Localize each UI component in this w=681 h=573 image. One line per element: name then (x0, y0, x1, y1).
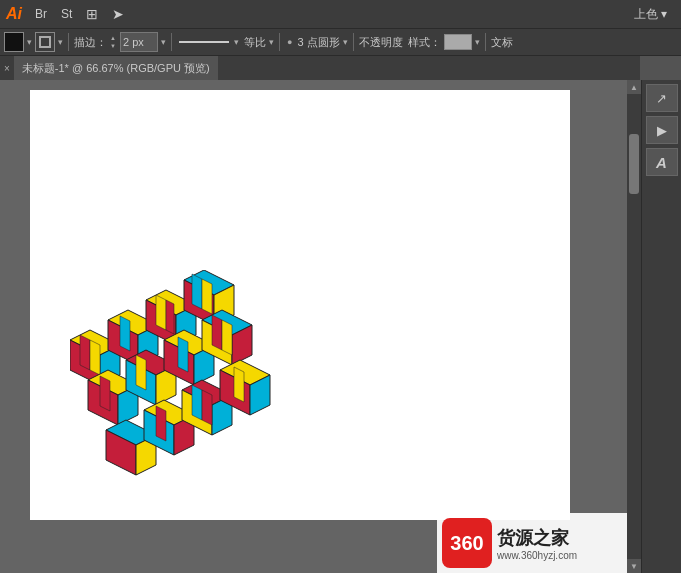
separator-2 (171, 33, 172, 51)
separator-1 (68, 33, 69, 51)
svg-marker-42 (156, 406, 166, 441)
svg-marker-8 (120, 316, 130, 351)
style-label: 样式： (408, 35, 441, 50)
svg-marker-46 (192, 385, 202, 420)
style-color[interactable] (444, 34, 472, 50)
scroll-down-arrow[interactable]: ▼ (627, 559, 641, 573)
file-label: 文标 (491, 35, 513, 50)
line-arrow[interactable]: ▾ (234, 37, 239, 47)
right-panel: ↗ ▶ A (641, 80, 681, 573)
play-icon: ▶ (657, 123, 667, 138)
top-right-label: 上色 ▾ (634, 6, 675, 23)
menu-item-arrow[interactable]: ➤ (107, 4, 129, 24)
type-icon: A (656, 154, 667, 171)
scroll-up-arrow[interactable]: ▲ (627, 80, 641, 94)
stroke-swatch[interactable] (35, 32, 55, 52)
svg-marker-30 (178, 337, 188, 372)
canvas-area: 360 货源之家 www.360hyzj.com (0, 80, 627, 573)
tab-label[interactable]: 未标题-1* @ 66.67% (RGB/GPU 预览) (14, 56, 218, 80)
stroke-label: 描边： (74, 35, 107, 50)
watermark-title: 货源之家 (497, 526, 577, 550)
tab-close-btn[interactable]: × (0, 63, 14, 74)
svg-marker-51 (234, 367, 244, 402)
watermark-url: www.360hyzj.com (497, 550, 577, 561)
opacity-label: 不透明度 (359, 35, 403, 50)
play-btn[interactable]: ▶ (646, 116, 678, 144)
top-menu-bar: Ai Br St ⊞ ➤ 上色 ▾ (0, 0, 681, 28)
toolbar: ▾ ▾ 描边： ▲ ▼ 2 px ▾ ▾ 等比 ▾ ● 3 点圆形 ▾ 不透明度… (0, 28, 681, 56)
export-btn[interactable]: ↗ (646, 84, 678, 112)
scroll-track[interactable] (627, 94, 641, 559)
svg-marker-18 (202, 279, 212, 314)
separator-3 (279, 33, 280, 51)
type-btn[interactable]: A (646, 148, 678, 176)
scroll-thumb[interactable] (629, 134, 639, 194)
canvas-document (30, 90, 570, 520)
menu-item-st[interactable]: St (56, 5, 77, 23)
points-label: 3 点圆形 (297, 35, 339, 50)
stroke-value-input[interactable]: 2 px (120, 32, 158, 52)
svg-marker-26 (136, 355, 146, 390)
bullet-left: ● (287, 37, 292, 47)
watermark: 360 货源之家 www.360hyzj.com (437, 513, 627, 573)
style-arrow[interactable]: ▾ (475, 37, 480, 47)
svg-marker-4 (90, 340, 100, 375)
svg-marker-12 (156, 295, 166, 330)
stroke-stepper[interactable]: ▲ ▼ (110, 34, 116, 50)
fill-swatch[interactable] (4, 32, 24, 52)
points-arrow[interactable]: ▾ (343, 37, 348, 47)
tab-bar: × 未标题-1* @ 66.67% (RGB/GPU 预览) (0, 56, 640, 80)
menu-item-grid[interactable]: ⊞ (81, 4, 103, 24)
watermark-text: 货源之家 www.360hyzj.com (497, 526, 577, 561)
isometric-art (70, 270, 410, 490)
svg-marker-17 (192, 274, 202, 309)
swatch-arrow[interactable]: ▾ (27, 37, 32, 47)
watermark-logo: 360 (442, 518, 492, 568)
svg-marker-34 (212, 315, 222, 350)
export-icon: ↗ (656, 91, 667, 106)
svg-marker-47 (202, 390, 212, 425)
svg-marker-3 (80, 335, 90, 370)
svg-marker-22 (100, 376, 110, 411)
svg-marker-13 (166, 300, 174, 334)
stroke-input-arrow[interactable]: ▾ (161, 37, 166, 47)
vertical-scrollbar[interactable]: ▲ ▼ (627, 80, 641, 573)
main-layout: 360 货源之家 www.360hyzj.com ▲ ▼ ↗ ▶ A (0, 80, 681, 573)
stroke-arrow[interactable]: ▾ (58, 37, 63, 47)
ratio-arrow[interactable]: ▾ (269, 37, 274, 47)
separator-4 (353, 33, 354, 51)
line-style (179, 41, 229, 43)
menu-item-br[interactable]: Br (30, 5, 52, 23)
separator-5 (485, 33, 486, 51)
ratio-label: 等比 (244, 35, 266, 50)
app-logo: Ai (6, 5, 22, 23)
svg-marker-35 (222, 320, 232, 355)
